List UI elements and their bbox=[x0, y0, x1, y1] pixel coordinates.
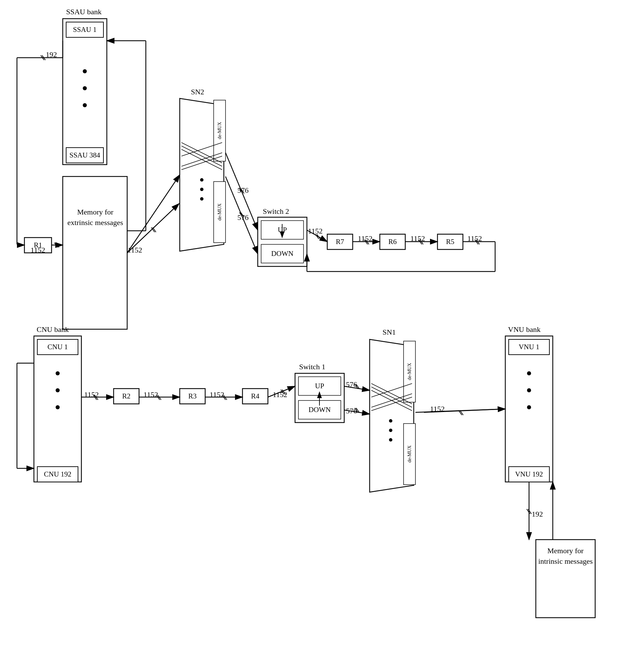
svg-point-113 bbox=[56, 371, 60, 375]
svg-point-114 bbox=[56, 388, 60, 392]
sn1-demux-top-label: de-MUX bbox=[404, 341, 415, 402]
ssau384-label: SSAU 384 bbox=[66, 148, 103, 163]
ssau1-label: SSAU 1 bbox=[66, 22, 103, 37]
svg-point-123 bbox=[389, 429, 392, 432]
sn2-demux-bottom-label: de-MUX bbox=[214, 182, 225, 242]
n576-up-label: 576 bbox=[237, 186, 249, 195]
n1152-r5-right-label: 1152 bbox=[467, 234, 482, 243]
n576-sw1-up-label: 576 bbox=[346, 380, 357, 389]
n576-down-label: 576 bbox=[237, 213, 249, 222]
svg-point-110 bbox=[83, 69, 87, 73]
svg-point-121 bbox=[200, 197, 203, 201]
svg-point-120 bbox=[200, 188, 203, 191]
n192-bottom-label: 192 bbox=[532, 510, 543, 519]
switch2-label: Switch 2 bbox=[263, 207, 289, 216]
n1152-r7-r6-label: 1152 bbox=[358, 234, 372, 243]
r6-label: R6 bbox=[380, 234, 405, 249]
svg-point-119 bbox=[200, 178, 203, 182]
n1152-cnu-r2-label: 1152 bbox=[84, 390, 99, 399]
memory-extrinsic-label: Memory for extrinsic messages bbox=[65, 207, 125, 228]
svg-point-118 bbox=[527, 405, 531, 409]
r7-label: R7 bbox=[327, 234, 353, 249]
svg-point-122 bbox=[389, 419, 392, 423]
switch1-label: Switch 1 bbox=[299, 362, 326, 371]
switch1-up-label: UP bbox=[298, 377, 341, 395]
n1152-r4-label: 1152 bbox=[273, 390, 287, 399]
n1152-sw2-r7-label: 1152 bbox=[308, 227, 323, 236]
svg-rect-6 bbox=[63, 176, 127, 329]
r5-label: R5 bbox=[437, 234, 463, 249]
n1152-mem-label: 1152 bbox=[128, 246, 142, 255]
memory-intrinsic-label: Memory for intrinsic messages bbox=[538, 546, 593, 567]
r3-label: R3 bbox=[180, 389, 205, 404]
switch2-up-label: UP bbox=[261, 221, 304, 239]
svg-point-115 bbox=[56, 405, 60, 409]
switch2-down-label: DOWN bbox=[261, 244, 304, 263]
n192-top-label: 192 bbox=[46, 50, 57, 59]
n1152-sn1-vnu-label: 1152 bbox=[430, 405, 445, 413]
n1152-r6-r5-label: 1152 bbox=[410, 234, 425, 243]
sn1-label: SN1 bbox=[383, 328, 396, 337]
vnu192-label: VNU 192 bbox=[509, 467, 549, 482]
svg-point-111 bbox=[83, 86, 87, 90]
cnu192-label: CNU 192 bbox=[37, 467, 78, 482]
svg-point-112 bbox=[83, 103, 87, 107]
r4-label: R4 bbox=[242, 389, 268, 404]
n1152-r2b-label: 1152 bbox=[143, 390, 158, 399]
svg-point-116 bbox=[527, 371, 531, 375]
cnu1-label: CNU 1 bbox=[37, 339, 78, 355]
vnu-bank-label: VNU bank bbox=[508, 325, 541, 334]
svg-point-117 bbox=[527, 388, 531, 392]
sn1-demux-bottom-label: de-MUX bbox=[404, 424, 415, 484]
n576-sw1-down-label: 576 bbox=[346, 407, 357, 415]
ssau-bank-label: SSAU bank bbox=[66, 7, 102, 16]
sn2-demux-top-label: de-MUX bbox=[214, 100, 225, 161]
r2-label: R2 bbox=[114, 389, 139, 404]
cnu-bank-label: CNU bank bbox=[37, 325, 69, 334]
switch1-down-label: DOWN bbox=[298, 400, 341, 419]
svg-point-124 bbox=[389, 438, 392, 442]
svg-rect-3 bbox=[63, 19, 107, 165]
n1152-r3b-label: 1152 bbox=[210, 390, 224, 399]
n1152-r1-label: 1152 bbox=[31, 246, 45, 255]
sn2-label: SN2 bbox=[191, 88, 204, 96]
svg-line-52 bbox=[127, 175, 180, 253]
vnu1-label: VNU 1 bbox=[509, 339, 549, 355]
